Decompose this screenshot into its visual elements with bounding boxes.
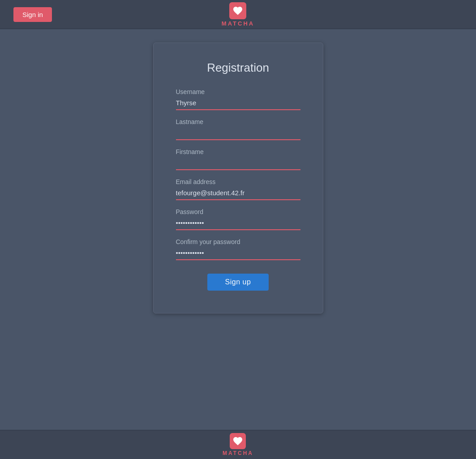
main-content: Registration Username Lastname Firstname… xyxy=(0,29,476,430)
signup-button[interactable]: Sign up xyxy=(207,274,269,291)
lastname-label: Lastname xyxy=(176,118,300,125)
password-input[interactable] xyxy=(176,217,300,230)
navbar: Sign in MATCHA xyxy=(0,0,476,29)
email-label: Email address xyxy=(176,178,300,185)
firstname-label: Firstname xyxy=(176,148,300,155)
navbar-logo-text: MATCHA xyxy=(222,20,254,27)
username-group: Username xyxy=(176,88,300,110)
lastname-group: Lastname xyxy=(176,118,300,140)
password-group: Password xyxy=(176,208,300,230)
password-label: Password xyxy=(176,208,300,215)
logo-icon xyxy=(229,2,246,19)
confirm-password-group: Confirm your password xyxy=(176,238,300,260)
page-title: Registration xyxy=(176,61,300,75)
firstname-group: Firstname xyxy=(176,148,300,170)
confirm-password-label: Confirm your password xyxy=(176,238,300,245)
registration-card: Registration Username Lastname Firstname… xyxy=(153,43,323,313)
lastname-input[interactable] xyxy=(176,127,300,140)
email-input[interactable] xyxy=(176,187,300,200)
firstname-input[interactable] xyxy=(176,157,300,170)
footer: MATCHA xyxy=(0,430,476,459)
navbar-logo: MATCHA xyxy=(222,2,254,27)
username-label: Username xyxy=(176,88,300,95)
confirm-password-input[interactable] xyxy=(176,247,300,260)
footer-logo: MATCHA xyxy=(223,433,253,456)
email-group: Email address xyxy=(176,178,300,200)
footer-logo-icon xyxy=(230,433,246,449)
footer-logo-text: MATCHA xyxy=(223,450,253,456)
username-input[interactable] xyxy=(176,97,300,110)
registration-form: Username Lastname Firstname Email addres… xyxy=(176,88,300,291)
signin-button[interactable]: Sign in xyxy=(13,7,52,22)
